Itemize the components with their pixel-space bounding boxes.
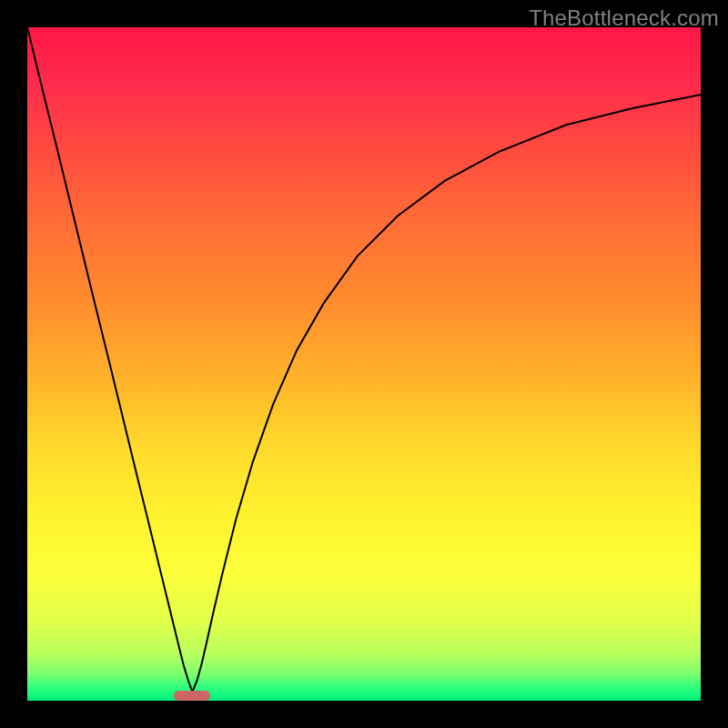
bottleneck-curve: [27, 27, 701, 692]
watermark-text: TheBottleneck.com: [529, 5, 719, 31]
chart-frame: TheBottleneck.com: [0, 0, 728, 728]
curve-svg: [27, 27, 701, 701]
optimal-marker: [174, 691, 210, 701]
plot-area: [27, 27, 701, 701]
